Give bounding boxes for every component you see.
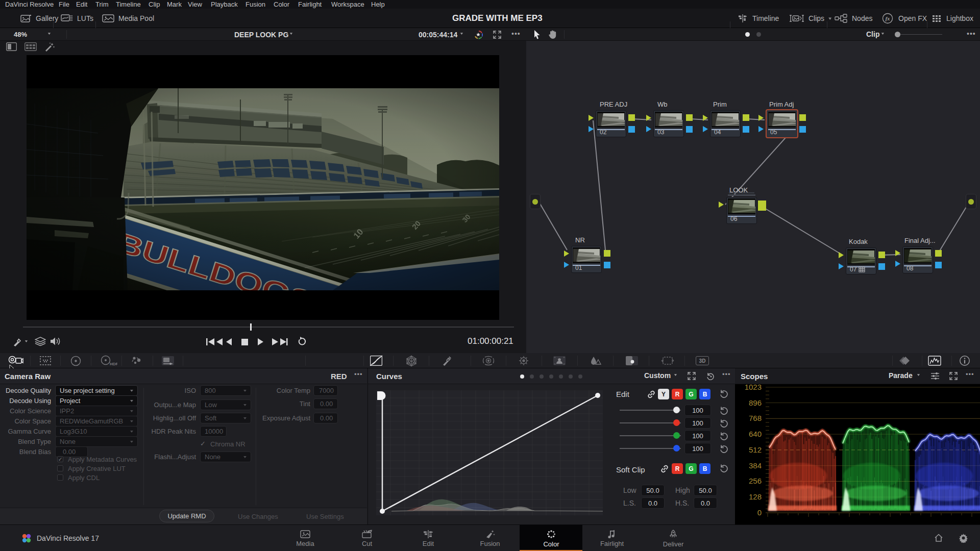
svg-text:1023: 1023 — [745, 384, 762, 391]
svg-text:fx: fx — [886, 16, 890, 21]
svg-text:512: 512 — [749, 445, 762, 454]
svg-text:640: 640 — [749, 430, 762, 438]
svg-text:256: 256 — [749, 477, 762, 485]
svg-text:128: 128 — [749, 492, 762, 501]
svg-text:384: 384 — [749, 461, 762, 470]
svg-text:768: 768 — [749, 414, 762, 422]
svg-text:896: 896 — [749, 398, 762, 407]
svg-text:0: 0 — [757, 508, 762, 517]
svg-text:HDR: HDR — [110, 362, 117, 366]
